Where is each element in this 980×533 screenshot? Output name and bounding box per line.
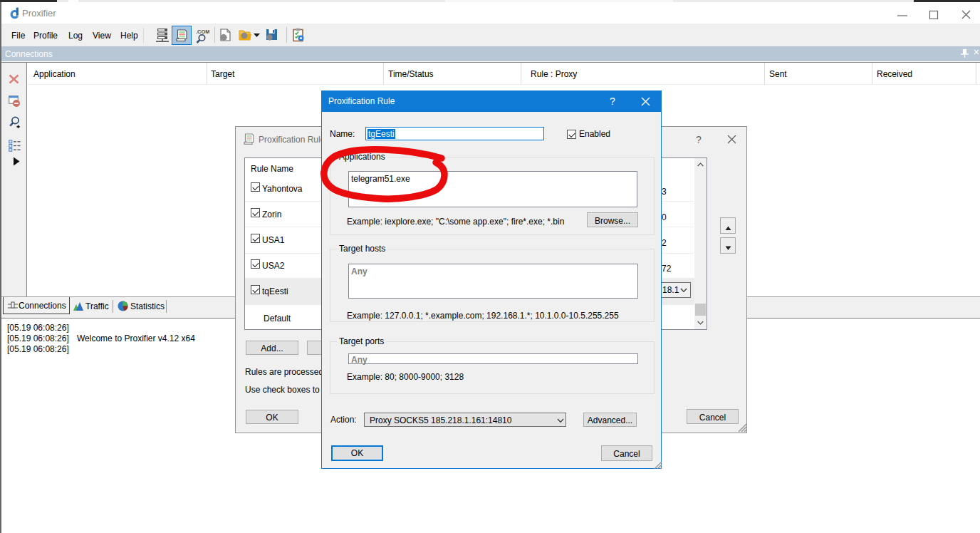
svg-text:.COM: .COM xyxy=(196,29,209,35)
